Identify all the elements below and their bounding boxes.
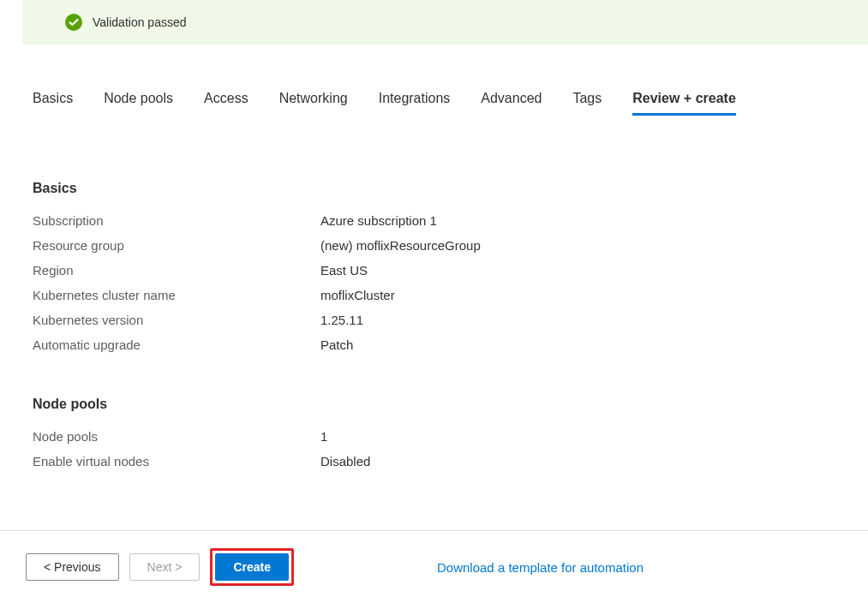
label-node-pools-count: Node pools xyxy=(33,429,320,444)
next-button: Next > xyxy=(129,553,201,581)
review-content: Basics Subscription Azure subscription 1… xyxy=(0,181,868,469)
row-virtual-nodes: Enable virtual nodes Disabled xyxy=(33,454,835,469)
label-auto-upgrade: Automatic upgrade xyxy=(33,337,320,352)
tab-review-create[interactable]: Review + create xyxy=(632,91,736,116)
value-region: East US xyxy=(320,263,368,278)
section-heading-node-pools: Node pools xyxy=(33,397,835,412)
section-heading-basics: Basics xyxy=(33,181,835,196)
row-subscription: Subscription Azure subscription 1 xyxy=(33,213,835,228)
download-template-link[interactable]: Download a template for automation xyxy=(437,560,644,575)
validation-banner: Validation passed xyxy=(22,0,868,45)
value-virtual-nodes: Disabled xyxy=(320,454,370,469)
tab-basics[interactable]: Basics xyxy=(33,91,73,116)
label-k8s-version: Kubernetes version xyxy=(33,313,320,327)
tab-node-pools[interactable]: Node pools xyxy=(104,91,173,116)
label-subscription: Subscription xyxy=(33,213,320,228)
value-subscription: Azure subscription 1 xyxy=(320,213,437,228)
label-region: Region xyxy=(33,263,320,278)
tab-access[interactable]: Access xyxy=(204,91,248,116)
row-auto-upgrade: Automatic upgrade Patch xyxy=(33,337,835,352)
section-node-pools: Node pools Node pools 1 Enable virtual n… xyxy=(33,397,835,469)
previous-button[interactable]: < Previous xyxy=(26,553,119,581)
tab-advanced[interactable]: Advanced xyxy=(481,91,542,116)
tab-networking[interactable]: Networking xyxy=(279,91,348,116)
value-k8s-version: 1.25.11 xyxy=(320,313,363,327)
tab-integrations[interactable]: Integrations xyxy=(379,91,451,116)
check-circle-icon xyxy=(65,14,82,31)
value-cluster-name: moflixCluster xyxy=(320,288,395,302)
label-resource-group: Resource group xyxy=(33,238,320,253)
value-node-pools-count: 1 xyxy=(320,429,327,444)
row-node-pools-count: Node pools 1 xyxy=(33,429,835,444)
label-cluster-name: Kubernetes cluster name xyxy=(33,288,320,302)
tab-tags[interactable]: Tags xyxy=(572,91,602,116)
wizard-footer: < Previous Next > Create Download a temp… xyxy=(0,530,868,603)
row-k8s-version: Kubernetes version 1.25.11 xyxy=(33,313,835,327)
row-cluster-name: Kubernetes cluster name moflixCluster xyxy=(33,288,835,302)
row-resource-group: Resource group (new) moflixResourceGroup xyxy=(33,238,835,253)
validation-message: Validation passed xyxy=(93,15,186,29)
create-button[interactable]: Create xyxy=(215,553,289,581)
label-virtual-nodes: Enable virtual nodes xyxy=(33,454,320,469)
wizard-tabs: Basics Node pools Access Networking Inte… xyxy=(0,91,868,116)
section-basics: Basics Subscription Azure subscription 1… xyxy=(33,181,835,352)
value-resource-group: (new) moflixResourceGroup xyxy=(320,238,481,253)
create-button-highlight: Create xyxy=(210,548,294,586)
value-auto-upgrade: Patch xyxy=(320,337,353,352)
row-region: Region East US xyxy=(33,263,835,278)
